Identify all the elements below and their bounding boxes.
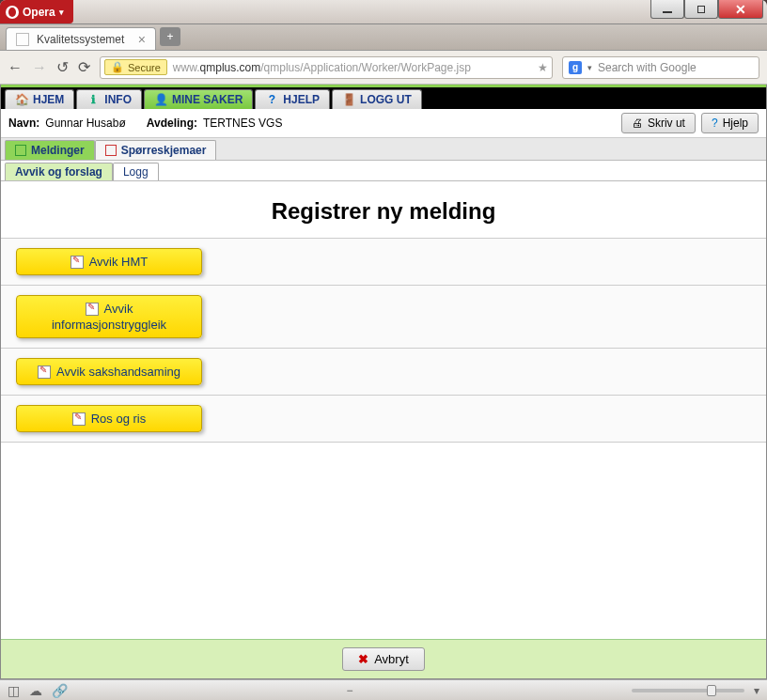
close-window-button[interactable]: ✕: [718, 0, 763, 19]
zoom-out-button[interactable]: −: [346, 684, 352, 697]
sync-icon[interactable]: 🔗: [52, 683, 68, 698]
opera-label: Opera: [23, 6, 55, 19]
avdeling-label: Avdeling:: [147, 117, 197, 130]
tab-logg[interactable]: Logg: [113, 163, 159, 180]
search-box[interactable]: g ▾ Search with Google: [562, 56, 759, 79]
user-info-bar: Navn: Gunnar Husabø Avdeling: TERTNES VG…: [1, 109, 766, 138]
category-row: Ros og ris: [1, 396, 766, 443]
opera-icon: [6, 6, 19, 19]
nav-logg-ut[interactable]: 🚪 LOGG UT: [332, 89, 422, 109]
avdeling-value: TERTNES VGS: [203, 117, 282, 130]
minimize-button[interactable]: [650, 0, 684, 19]
secure-label: Secure: [128, 62, 161, 73]
navn-label: Navn:: [8, 117, 39, 130]
zoom-slider[interactable]: [632, 689, 744, 692]
tab-title: Kvalitetssystemet: [37, 33, 124, 46]
form-icon: [70, 256, 84, 269]
form-icon: [72, 412, 86, 426]
reload-button[interactable]: ⟳: [78, 58, 90, 76]
nav-mine-saker[interactable]: 👤 MINE SAKER: [144, 89, 253, 109]
opera-menu-button[interactable]: Opera ▾: [0, 0, 73, 23]
browser-statusbar: ◫ ☁ 🔗 − ▾: [0, 679, 767, 700]
navn-value: Gunnar Husabø: [45, 117, 125, 130]
avbryt-button[interactable]: ✖ Avbryt: [342, 647, 425, 671]
secure-badge[interactable]: 🔒 Secure: [104, 59, 167, 75]
google-icon: g: [569, 61, 582, 74]
window-titlebar: Opera ▾ ✕: [0, 0, 767, 24]
home-icon: 🏠: [15, 93, 28, 106]
list-icon: [15, 145, 26, 156]
skriv-ut-button[interactable]: 🖨 Skriv ut: [621, 113, 696, 133]
nav-info[interactable]: ℹ INFO: [76, 89, 142, 109]
user-icon: 👤: [154, 93, 167, 106]
chevron-down-icon: ▾: [59, 8, 64, 17]
logout-icon: 🚪: [342, 93, 355, 106]
url-text: www.qmplus.com/qmplus/Application/Worker…: [173, 61, 471, 74]
lock-icon: 🔒: [111, 61, 124, 73]
main-area: Registrer ny melding Avvik HMT Avvik inf…: [1, 181, 766, 678]
rewind-button[interactable]: ↺: [56, 58, 69, 76]
nav-hjelp[interactable]: ? HJELP: [255, 89, 330, 109]
print-icon: 🖨: [632, 117, 643, 130]
cloud-icon[interactable]: ☁: [29, 683, 42, 698]
search-placeholder: Search with Google: [598, 61, 697, 74]
page-title: Registrer ny melding: [1, 181, 766, 238]
panel-icon[interactable]: ◫: [8, 683, 20, 698]
address-bar[interactable]: 🔒 Secure www.qmplus.com/qmplus/Applicati…: [100, 56, 553, 79]
hjelp-button[interactable]: ? Hjelp: [701, 113, 759, 133]
category-row: Avvik informasjonstryggleik: [1, 286, 766, 349]
browser-window: Opera ▾ ✕ Kvalitetssystemet × + ← → ↺ ⟳ …: [0, 0, 767, 700]
tab-sporreskjemaer[interactable]: Spørreskjemaer: [95, 140, 217, 160]
page-footer: ✖ Avbryt: [1, 639, 766, 678]
form-icon: [38, 366, 51, 379]
category-avvik-informasjonstryggleik[interactable]: Avvik informasjonstryggleik: [16, 295, 202, 338]
tab-strip: Kvalitetssystemet × +: [0, 24, 767, 51]
close-tab-button[interactable]: ×: [138, 32, 146, 47]
tab-meldinger[interactable]: Meldinger: [5, 140, 95, 160]
category-row: Avvik HMT: [1, 238, 766, 286]
close-icon: ✖: [358, 652, 368, 666]
form-icon: [86, 303, 99, 316]
category-row: Avvik sakshandsaming: [1, 349, 766, 396]
page-content: 🏠 HJEM ℹ INFO 👤 MINE SAKER ? HJELP 🚪 LOG…: [0, 85, 767, 679]
info-icon: ℹ: [86, 93, 100, 106]
help-icon: ?: [265, 93, 278, 106]
category-avvik-sakshandsaming[interactable]: Avvik sakshandsaming: [16, 358, 202, 385]
chevron-down-icon[interactable]: ▾: [587, 63, 592, 72]
sub-module-tabs: Avvik og forslag Logg: [1, 161, 766, 181]
favicon-icon: [16, 33, 29, 46]
toolbar: ← → ↺ ⟳ 🔒 Secure www.qmplus.com/qmplus/A…: [0, 51, 767, 85]
module-tabs: Meldinger Spørreskjemaer: [1, 138, 766, 161]
form-icon: [105, 145, 117, 156]
tab-avvik-og-forslag[interactable]: Avvik og forslag: [5, 163, 113, 180]
nav-hjem[interactable]: 🏠 HJEM: [5, 89, 74, 109]
browser-tab[interactable]: Kvalitetssystemet ×: [6, 27, 156, 50]
app-top-nav: 🏠 HJEM ℹ INFO 👤 MINE SAKER ? HJELP 🚪 LOG…: [1, 85, 766, 109]
forward-button[interactable]: →: [32, 59, 47, 76]
zoom-in-button[interactable]: ▾: [754, 684, 759, 697]
window-controls: ✕: [650, 0, 763, 19]
new-tab-button[interactable]: +: [160, 27, 180, 46]
help-icon: ?: [712, 117, 718, 130]
category-ros-og-ris[interactable]: Ros og ris: [16, 405, 202, 432]
zoom-thumb[interactable]: [707, 685, 716, 696]
back-button[interactable]: ←: [8, 59, 23, 76]
category-avvik-hmt[interactable]: Avvik HMT: [16, 248, 202, 275]
bookmark-star-icon[interactable]: ★: [538, 61, 548, 74]
maximize-button[interactable]: [684, 0, 718, 19]
